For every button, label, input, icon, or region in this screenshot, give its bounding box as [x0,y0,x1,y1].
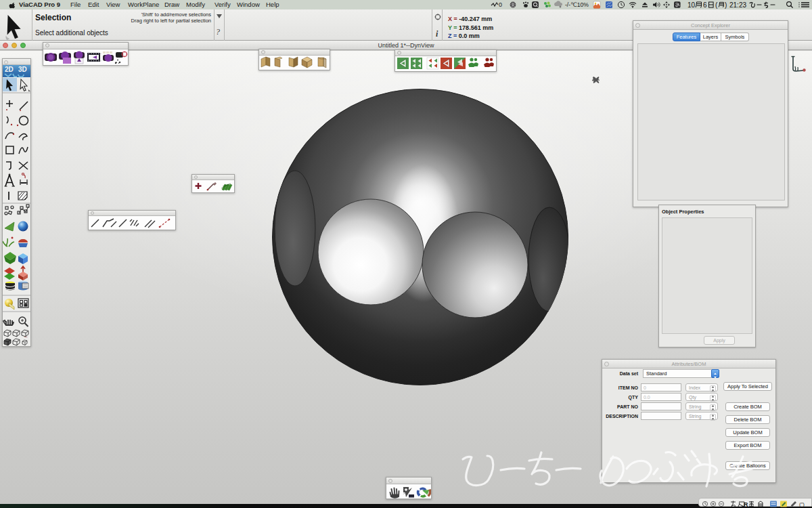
svg-text:(: ( [715,1,718,9]
svg-text:***: *** [24,336,28,339]
svg-text:21:23: 21:23 [729,1,746,9]
svg-text:6: 6 [703,1,707,9]
svg-text:R: R [744,501,748,508]
svg-text:10: 10 [687,1,696,9]
svg-text:2D: 2D [5,66,14,73]
svg-text:0: 0 [499,1,502,8]
svg-text:-/-℃10%: -/-℃10% [565,1,589,8]
svg-text:3D: 3D [18,66,27,73]
svg-text:): ) [725,1,727,9]
svg-text:(”): (”) [799,501,805,507]
